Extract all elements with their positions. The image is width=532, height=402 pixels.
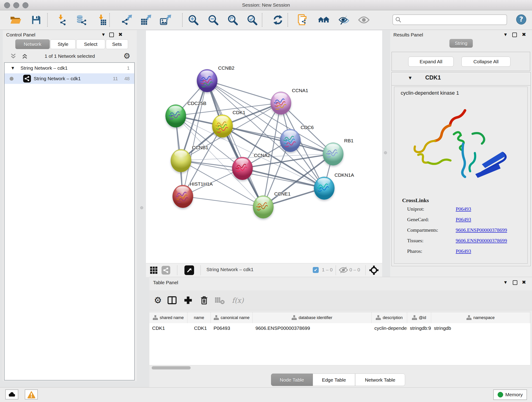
node-label-CCNA1: CCNA1: [292, 88, 308, 93]
cell-description[interactable]: cyclin-dependent ...: [372, 323, 407, 333]
node-HIST1H1A[interactable]: [172, 185, 193, 208]
network-collection-row[interactable]: ▼ String Network – cdk1 1: [5, 63, 134, 73]
crosslink-value[interactable]: P06493: [456, 248, 471, 254]
panel-close-icon[interactable]: ✖: [522, 280, 526, 285]
tab-network[interactable]: Network: [15, 39, 50, 49]
cell-namespace[interactable]: stringdb: [431, 323, 530, 333]
crosslink-value[interactable]: P06493: [456, 217, 471, 223]
import-table-icon[interactable]: [96, 14, 108, 26]
tab-sets[interactable]: Sets: [106, 39, 128, 49]
node-CDK1[interactable]: [212, 115, 233, 138]
horizontal-scrollbar[interactable]: [149, 365, 530, 370]
export-network-icon[interactable]: [121, 14, 133, 26]
window-close-icon[interactable]: [4, 2, 10, 8]
search-field[interactable]: [393, 14, 507, 25]
section-expander-icon[interactable]: ▼: [409, 76, 412, 80]
node-CCNB1[interactable]: [171, 149, 191, 172]
panel-close-icon[interactable]: ✖: [522, 32, 526, 37]
column-header-description[interactable]: description: [372, 312, 407, 323]
column-header-name[interactable]: name: [187, 312, 211, 323]
node-CCNA1[interactable]: [271, 92, 291, 115]
column-header-database-identifier[interactable]: database identifier: [253, 312, 372, 323]
node-CCNE1[interactable]: [253, 196, 273, 218]
expander-triangle-icon[interactable]: ▼: [12, 66, 14, 70]
cell-name[interactable]: CDK1: [187, 323, 211, 333]
cell--id[interactable]: stringdb:9...: [407, 323, 431, 333]
node-CCNB2[interactable]: [197, 69, 217, 92]
window-minimize-icon[interactable]: [13, 2, 19, 8]
export-image-icon[interactable]: [160, 14, 171, 26]
share-view-icon[interactable]: [162, 266, 170, 274]
open-in-new-icon[interactable]: [184, 265, 194, 275]
selected-checkbox-icon[interactable]: ✔: [313, 267, 319, 273]
tab-style[interactable]: Style: [51, 39, 76, 49]
left-splitter-handle[interactable]: [140, 206, 143, 209]
node-CDC25B[interactable]: [165, 104, 186, 128]
scrollbar-thumb[interactable]: [152, 366, 191, 370]
window-zoom-icon[interactable]: [22, 2, 28, 8]
panel-float-icon[interactable]: [513, 280, 517, 285]
crosshair-icon[interactable]: [369, 265, 379, 276]
import-database-icon[interactable]: [76, 14, 87, 26]
cell-shared-name[interactable]: CDK1: [149, 323, 187, 333]
eye-icon[interactable]: [358, 14, 370, 26]
split-columns-icon[interactable]: [166, 294, 178, 306]
refresh-icon[interactable]: [272, 14, 284, 26]
panel-menu-icon[interactable]: ▼: [504, 32, 507, 37]
panel-menu-icon[interactable]: ▼: [504, 280, 507, 284]
zoom-fit-icon[interactable]: [227, 14, 238, 26]
column-header-canonical-name[interactable]: canonical name: [211, 312, 253, 323]
function-builder-icon[interactable]: f(x): [229, 294, 247, 306]
network-row-selected[interactable]: String Network – cdk1 11 48: [5, 73, 134, 84]
import-network-icon[interactable]: [56, 14, 68, 26]
crosslink-value[interactable]: P06493: [456, 206, 471, 212]
grid-view-icon[interactable]: [150, 266, 158, 275]
network-canvas[interactable]: CCNB2CCNA1CDC25BCDK1CDC6RB1CCNB1CCNA2CDK…: [146, 31, 382, 263]
right-splitter-handle[interactable]: [384, 151, 387, 154]
panel-menu-icon[interactable]: ▼: [102, 32, 105, 37]
tab-string[interactable]: String: [449, 39, 473, 48]
save-floppy-icon[interactable]: [31, 14, 42, 26]
add-column-icon[interactable]: [182, 294, 194, 306]
help-icon[interactable]: ?: [515, 14, 527, 25]
cloud-button[interactable]: [5, 389, 18, 400]
delete-column-icon[interactable]: [198, 294, 210, 306]
search-input[interactable]: [403, 17, 504, 23]
expand-all-button[interactable]: Expand All: [408, 57, 454, 67]
network-options-gear-icon[interactable]: ⚙: [123, 51, 130, 61]
zoom-out-icon[interactable]: [207, 14, 219, 26]
panel-float-icon[interactable]: [109, 32, 114, 37]
crosslink-value[interactable]: 9606.ENSP00000378699: [456, 227, 507, 233]
column-header--id[interactable]: @id: [407, 312, 431, 323]
tab-edge-table[interactable]: Edge Table: [313, 374, 355, 386]
zoom-selected-icon[interactable]: [246, 14, 258, 26]
panel-close-icon[interactable]: ✖: [119, 32, 123, 37]
panel-float-icon[interactable]: [512, 32, 517, 37]
share-document-icon[interactable]: [298, 14, 309, 26]
settings-gear-icon[interactable]: ⚙: [152, 294, 164, 306]
table-row[interactable]: CDK1CDK1P064939606.ENSP00000378699cyclin…: [149, 323, 530, 333]
tab-network-table[interactable]: Network Table: [355, 374, 405, 386]
export-table-icon[interactable]: [140, 14, 152, 26]
houses-icon[interactable]: [318, 14, 329, 26]
zoom-in-icon[interactable]: [187, 14, 199, 26]
tab-node-table[interactable]: Node Table: [271, 374, 313, 386]
node-RB1[interactable]: [323, 143, 343, 166]
crosslink-label: Uniprot:: [407, 206, 424, 212]
open-folder-icon[interactable]: [10, 14, 21, 26]
warning-button[interactable]: [25, 389, 38, 400]
crosslink-value[interactable]: 9606.ENSP00000378699: [456, 238, 507, 244]
hidden-eye-icon[interactable]: [339, 267, 348, 274]
cell-canonical-name[interactable]: P06493: [211, 323, 253, 333]
eye-pencil-icon[interactable]: [338, 14, 350, 26]
column-header-namespace[interactable]: namespace: [431, 312, 530, 323]
delete-table-icon[interactable]: [214, 294, 225, 306]
tab-select[interactable]: Select: [76, 39, 105, 49]
cell-database-identifier[interactable]: 9606.ENSP00000378699: [253, 323, 372, 333]
memory-button[interactable]: Memory: [493, 389, 527, 400]
collapse-all-button[interactable]: Collapse All: [462, 57, 510, 67]
node-CCNA2[interactable]: [232, 157, 253, 180]
column-header-shared-name[interactable]: shared name: [149, 312, 187, 323]
node-CDKN1A[interactable]: [314, 177, 335, 200]
node-CDC6[interactable]: [280, 129, 301, 152]
